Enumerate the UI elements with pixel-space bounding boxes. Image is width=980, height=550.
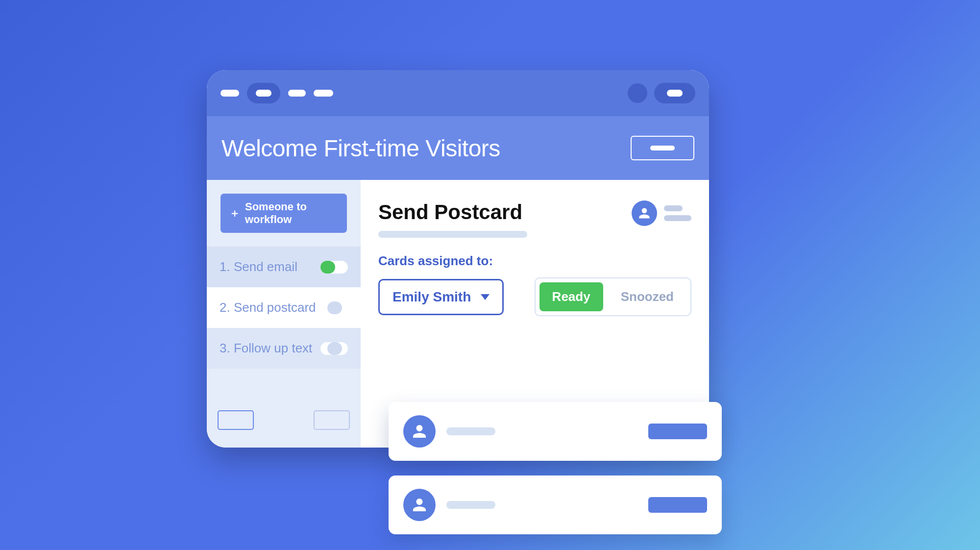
assignee-name: Emily Smith xyxy=(392,289,471,305)
sidebar-footer-button-primary[interactable] xyxy=(218,410,254,430)
main-subtitle-placeholder xyxy=(378,231,527,238)
person-name-placeholder xyxy=(446,501,495,509)
step-label: 3. Follow up text xyxy=(220,341,312,356)
tab-ready[interactable]: Ready xyxy=(539,282,603,311)
topbar-right xyxy=(628,83,695,103)
topbar-tab-active[interactable] xyxy=(247,83,280,103)
add-to-workflow-button[interactable]: ＋ Someone to workflow xyxy=(220,194,347,233)
person-avatar-icon xyxy=(403,489,436,521)
person-action-button[interactable] xyxy=(648,497,707,513)
status-segmented: Ready Snoozed xyxy=(535,277,691,316)
step-label: 1. Send email xyxy=(220,259,297,275)
app-window: Welcome First-time Visitors ＋ Someone to… xyxy=(207,70,709,448)
add-button-label: Someone to workflow xyxy=(245,200,338,226)
person-card[interactable] xyxy=(389,475,722,534)
toggle-knob xyxy=(327,342,342,355)
topbar-action-inner xyxy=(667,90,683,97)
step-toggle[interactable] xyxy=(320,301,348,314)
topbar-action-button[interactable] xyxy=(654,83,695,103)
person-avatar-icon xyxy=(403,415,436,448)
titlebar-action-inner xyxy=(650,146,675,150)
toggle-knob xyxy=(320,261,335,274)
titlebar: Welcome First-time Visitors xyxy=(207,116,709,180)
controls-row: Emily Smith Ready Snoozed xyxy=(378,277,691,316)
topbar-avatar-icon[interactable] xyxy=(628,83,647,103)
step-follow-up-text[interactable]: 3. Follow up text xyxy=(207,328,361,369)
person-action-button[interactable] xyxy=(648,424,707,439)
topbar-tab[interactable] xyxy=(288,90,306,97)
step-toggle[interactable] xyxy=(320,342,348,355)
sidebar: ＋ Someone to workflow 1. Send email 2. S… xyxy=(207,180,361,448)
step-send-postcard[interactable]: 2. Send postcard xyxy=(207,287,361,328)
user-avatar-icon[interactable] xyxy=(632,200,657,226)
topbar-tab[interactable] xyxy=(220,90,239,97)
assign-label: Cards assigned to: xyxy=(378,253,691,269)
titlebar-action-button[interactable] xyxy=(631,136,694,160)
meta-line xyxy=(664,205,683,211)
topbar-tab-inner xyxy=(256,90,271,97)
sidebar-footer-button-secondary[interactable] xyxy=(314,410,350,430)
meta-line xyxy=(664,215,691,221)
chevron-down-icon xyxy=(481,294,490,300)
plus-icon: ＋ xyxy=(229,208,240,219)
person-card[interactable] xyxy=(389,402,722,461)
step-toggle[interactable] xyxy=(320,261,348,274)
topbar xyxy=(207,70,709,116)
step-send-email[interactable]: 1. Send email xyxy=(207,247,361,287)
toggle-knob xyxy=(327,301,342,314)
step-label: 2. Send postcard xyxy=(220,300,316,315)
topbar-tab[interactable] xyxy=(314,90,333,97)
user-meta-lines xyxy=(664,205,691,221)
person-name-placeholder xyxy=(446,427,495,435)
page-title: Welcome First-time Visitors xyxy=(221,135,500,162)
sidebar-steps: 1. Send email 2. Send postcard 3. Follow… xyxy=(207,247,361,369)
tab-snoozed[interactable]: Snoozed xyxy=(608,282,686,311)
sidebar-footer xyxy=(207,400,361,448)
assignee-dropdown[interactable]: Emily Smith xyxy=(378,279,504,315)
main-meta xyxy=(632,200,691,226)
sidebar-top: ＋ Someone to workflow xyxy=(207,180,361,247)
